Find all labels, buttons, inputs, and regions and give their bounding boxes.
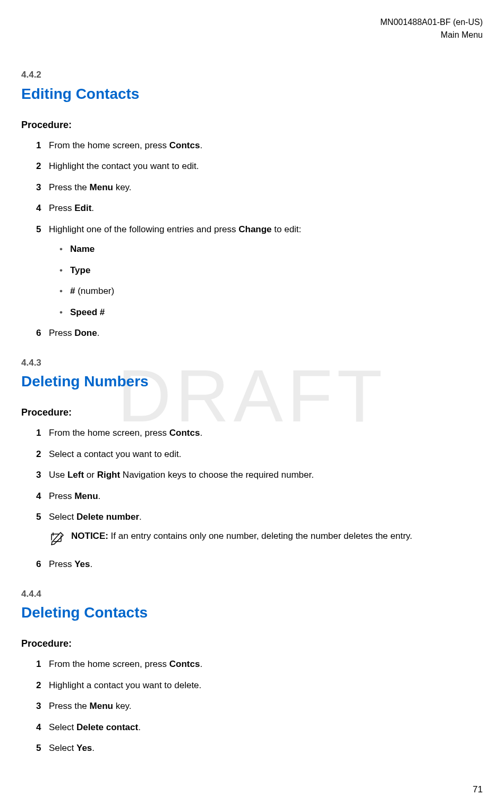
step-text: Press the Menu key. bbox=[49, 182, 132, 192]
procedure-label: Procedure: bbox=[21, 118, 483, 132]
section-title: Editing Contacts bbox=[21, 83, 483, 105]
step-number: 6 bbox=[36, 557, 41, 571]
step-number: 1 bbox=[36, 657, 41, 671]
step-number: 4 bbox=[36, 201, 41, 215]
bold-text: Menu bbox=[90, 182, 113, 192]
step-text: From the home screen, press Contcs. bbox=[49, 428, 202, 438]
step-text: Press Menu. bbox=[49, 491, 100, 501]
notice-text: NOTICE: If an entry contains only one nu… bbox=[71, 529, 483, 543]
page-content: MN001488A01-BF (en-US) Main Menu 4.4.2 E… bbox=[21, 16, 483, 755]
step-text: Use Left or Right Navigation keys to cho… bbox=[49, 470, 314, 480]
step-item: 1 From the home screen, press Contcs. bbox=[36, 139, 483, 153]
bold-text: Menu bbox=[74, 491, 98, 501]
step-item: 4 Select Delete contact. bbox=[36, 721, 483, 734]
section-number: 4.4.4 bbox=[21, 587, 483, 601]
text-fragment: . bbox=[200, 428, 202, 438]
step-text: Press Edit. bbox=[49, 203, 94, 213]
step-text: From the home screen, press Contcs. bbox=[49, 659, 202, 669]
step-item: 1 From the home screen, press Contcs. bbox=[36, 657, 483, 671]
step-text: Press Done. bbox=[49, 328, 99, 338]
step-text: Press the Menu key. bbox=[49, 701, 132, 711]
text-fragment: From the home screen, press bbox=[49, 428, 169, 438]
page-header: MN001488A01-BF (en-US) Main Menu bbox=[21, 16, 483, 41]
notice-body: If an entry contains only one number, de… bbox=[108, 531, 412, 541]
bold-text: Name bbox=[70, 244, 95, 254]
steps-list: 1 From the home screen, press Contcs. 2 … bbox=[21, 426, 483, 571]
sub-list: Name Type # (number) Speed # bbox=[49, 242, 483, 319]
step-number: 4 bbox=[36, 721, 41, 734]
sub-item: Name bbox=[59, 242, 483, 256]
step-number: 2 bbox=[36, 447, 41, 461]
text-fragment: Navigation keys to choose the required n… bbox=[120, 470, 314, 480]
bold-text: Left bbox=[67, 470, 84, 480]
step-item: 5 Select Delete number. NOTICE: If an en… bbox=[36, 510, 483, 550]
text-fragment: or bbox=[84, 470, 97, 480]
step-item: 6 Press Yes. bbox=[36, 557, 483, 571]
text-fragment: . bbox=[138, 722, 141, 732]
bold-text: Edit bbox=[74, 203, 91, 213]
step-number: 5 bbox=[36, 223, 41, 236]
sub-item: # (number) bbox=[59, 284, 483, 298]
step-item: 4 Press Edit. bbox=[36, 201, 483, 215]
text-fragment: Press bbox=[49, 559, 74, 569]
step-number: 3 bbox=[36, 699, 41, 713]
step-item: 2 Highlight a contact you want to delete… bbox=[36, 679, 483, 692]
bold-text: Delete contact bbox=[76, 722, 138, 732]
text-fragment: From the home screen, press bbox=[49, 140, 169, 150]
text-fragment: Press the bbox=[49, 182, 90, 192]
procedure-label: Procedure: bbox=[21, 637, 483, 651]
step-item: 3 Press the Menu key. bbox=[36, 181, 483, 194]
step-item: 6 Press Done. bbox=[36, 326, 483, 340]
bold-text: Contcs bbox=[169, 659, 200, 669]
sub-item: Speed # bbox=[59, 306, 483, 319]
text-fragment: key. bbox=[113, 182, 132, 192]
section-442: 4.4.2 Editing Contacts Procedure: 1 From… bbox=[21, 68, 483, 340]
text-fragment: . bbox=[91, 203, 94, 213]
step-item: 3 Use Left or Right Navigation keys to c… bbox=[36, 468, 483, 482]
page-number: 71 bbox=[473, 783, 483, 797]
sub-item: Type bbox=[59, 264, 483, 277]
text-fragment: Select bbox=[49, 743, 76, 753]
step-item: 2 Select a contact you want to edit. bbox=[36, 447, 483, 461]
section-number: 4.4.3 bbox=[21, 356, 483, 370]
step-item: 4 Press Menu. bbox=[36, 489, 483, 503]
text-fragment: to edit: bbox=[272, 224, 302, 234]
text-fragment: . bbox=[98, 491, 101, 501]
bold-text: Type bbox=[70, 265, 90, 275]
notice-box: NOTICE: If an entry contains only one nu… bbox=[49, 529, 483, 551]
section-title: Deleting Contacts bbox=[21, 602, 483, 624]
bold-text: Change bbox=[238, 224, 271, 234]
section-444: 4.4.4 Deleting Contacts Procedure: 1 Fro… bbox=[21, 587, 483, 755]
step-number: 5 bbox=[36, 741, 41, 755]
steps-list: 1 From the home screen, press Contcs. 2 … bbox=[21, 139, 483, 340]
bold-text: Menu bbox=[90, 701, 113, 711]
bold-text: Right bbox=[97, 470, 120, 480]
text-fragment: . bbox=[90, 559, 93, 569]
step-number: 3 bbox=[36, 181, 41, 194]
text-fragment: Press bbox=[49, 491, 74, 501]
text-fragment: . bbox=[200, 659, 202, 669]
text-fragment: Press bbox=[49, 328, 74, 338]
bold-text: Yes bbox=[76, 743, 92, 753]
step-text: Highlight a contact you want to delete. bbox=[49, 680, 201, 690]
notice-label: NOTICE: bbox=[71, 531, 108, 541]
step-text: Select Yes. bbox=[49, 743, 95, 753]
text-fragment: Press bbox=[49, 203, 74, 213]
text-fragment: Use bbox=[49, 470, 67, 480]
step-item: 1 From the home screen, press Contcs. bbox=[36, 426, 483, 440]
text-fragment: (number) bbox=[75, 286, 114, 296]
steps-list: 1 From the home screen, press Contcs. 2 … bbox=[21, 657, 483, 755]
doc-id: MN001488A01-BF (en-US) bbox=[21, 16, 483, 29]
doc-section: Main Menu bbox=[21, 29, 483, 41]
step-number: 2 bbox=[36, 679, 41, 692]
step-text: Highlight the contact you want to edit. bbox=[49, 161, 199, 171]
text-fragment: From the home screen, press bbox=[49, 659, 169, 669]
step-item: 3 Press the Menu key. bbox=[36, 699, 483, 713]
step-text: From the home screen, press Contcs. bbox=[49, 140, 202, 150]
step-text: Highlight one of the following entries a… bbox=[49, 224, 301, 234]
step-text: Press Yes. bbox=[49, 559, 92, 569]
text-fragment: . bbox=[139, 512, 142, 522]
procedure-label: Procedure: bbox=[21, 405, 483, 420]
bold-text: Contcs bbox=[169, 140, 200, 150]
step-text: Select a contact you want to edit. bbox=[49, 449, 181, 459]
